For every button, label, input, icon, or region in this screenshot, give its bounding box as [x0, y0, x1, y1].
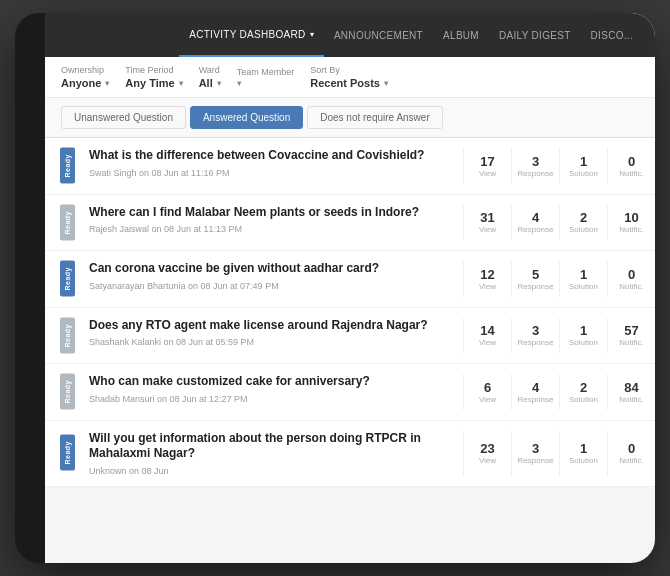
filter-ownership[interactable]: Ownership Anyone ▾	[61, 65, 109, 89]
stat-solution-1: 2 Solution	[559, 205, 607, 241]
item-title-2: Can corona vaccine be given without aadh…	[89, 261, 455, 277]
stat-notif-val-0: 0	[628, 154, 635, 169]
filter-ward-value: All	[199, 77, 213, 89]
screen: ACTIVITY DASHBOARD ▾ ANNOUNCEMENT ALBUM …	[45, 13, 655, 563]
filter-time-period-label: Time Period	[125, 65, 182, 75]
badge-text-3: Ready	[60, 318, 75, 354]
badge-text-4: Ready	[60, 374, 75, 410]
tab-answered[interactable]: Answered Question	[190, 106, 303, 129]
item-title-0: What is the difference between Covaccine…	[89, 148, 455, 164]
stat-response-1: 4 Response	[511, 205, 559, 241]
stat-notif-lbl-0: Notific.	[619, 169, 643, 178]
content-list: Ready What is the difference between Cov…	[45, 138, 655, 550]
item-content-3: Does any RTO agent make license around R…	[89, 318, 463, 354]
badge-text-5: Ready	[60, 435, 75, 471]
filter-time-period-select[interactable]: Any Time ▾	[125, 77, 182, 89]
tab-no-answer-label: Does not require Answer	[320, 112, 430, 123]
nav-item-disco[interactable]: DISCO...	[581, 13, 643, 57]
filter-ward-arrow: ▾	[217, 79, 221, 88]
nav-item-activity-dashboard[interactable]: ACTIVITY DASHBOARD ▾	[179, 13, 324, 57]
filter-team-select[interactable]: ▾	[237, 79, 295, 88]
nav-item-daily-digest[interactable]: DAILY DIGEST	[489, 13, 581, 57]
stat-view-val-0: 17	[480, 154, 494, 169]
filter-sort-label: Sort By	[310, 65, 388, 75]
item-meta-3: Shashank Kalanki on 08 Jun at 05:59 PM	[89, 337, 455, 347]
badge-text-2: Ready	[60, 261, 75, 297]
stat-view-2: 12 View	[463, 261, 511, 297]
list-item[interactable]: Ready Will you get information about the…	[45, 421, 655, 487]
item-content-0: What is the difference between Covaccine…	[89, 148, 463, 184]
list-item[interactable]: Ready What is the difference between Cov…	[45, 138, 655, 195]
item-stats-2: 12 View 5 Response 1 Solution 0 Notific.	[463, 261, 655, 297]
stat-resp-val-0: 3	[532, 154, 539, 169]
badge-text-0: Ready	[60, 148, 75, 184]
nav-label-album: ALBUM	[443, 30, 479, 41]
nav-label-activity: ACTIVITY DASHBOARD	[189, 29, 305, 40]
item-meta-0: Swati Singh on 08 Jun at 11:16 PM	[89, 168, 455, 178]
stat-notif-3: 57 Notific.	[607, 318, 655, 354]
stat-solution-0: 1 Solution	[559, 148, 607, 184]
stat-sol-lbl-0: Solution	[569, 169, 598, 178]
list-item[interactable]: Ready Can corona vaccine be given withou…	[45, 251, 655, 308]
stat-view-1: 31 View	[463, 205, 511, 241]
tab-unanswered-label: Unanswered Question	[74, 112, 173, 123]
list-item[interactable]: Ready Does any RTO agent make license ar…	[45, 308, 655, 365]
nav-item-album[interactable]: ALBUM	[433, 13, 489, 57]
nav-label-disco: DISCO...	[591, 30, 633, 41]
filter-team-member[interactable]: Team Member ▾	[237, 67, 295, 88]
tab-no-answer[interactable]: Does not require Answer	[307, 106, 443, 129]
item-title-5: Will you get information about the perso…	[89, 431, 455, 462]
top-nav: ACTIVITY DASHBOARD ▾ ANNOUNCEMENT ALBUM …	[45, 13, 655, 57]
ready-badge-4: Ready	[53, 374, 81, 410]
filter-ownership-value: Anyone	[61, 77, 101, 89]
item-title-4: Who can make customized cake for anniver…	[89, 374, 455, 390]
stat-notif-0: 0 Notific.	[607, 148, 655, 184]
nav-item-announcement[interactable]: ANNOUNCEMENT	[324, 13, 433, 57]
ready-badge-1: Ready	[53, 205, 81, 241]
nav-label-announcement: ANNOUNCEMENT	[334, 30, 423, 41]
stat-notif-1: 10 Notific.	[607, 205, 655, 241]
badge-text-1: Ready	[60, 205, 75, 241]
item-stats-4: 6 View 4 Response 2 Solution 84 Notific.	[463, 374, 655, 410]
item-title-1: Where can I find Malabar Neem plants or …	[89, 205, 455, 221]
ready-badge-3: Ready	[53, 318, 81, 354]
item-title-3: Does any RTO agent make license around R…	[89, 318, 455, 334]
list-item[interactable]: Ready Who can make customized cake for a…	[45, 364, 655, 421]
list-item[interactable]: Ready Where can I find Malabar Neem plan…	[45, 195, 655, 252]
item-meta-1: Rajesh Jaiswal on 08 Jun at 11:13 PM	[89, 224, 455, 234]
filter-time-period[interactable]: Time Period Any Time ▾	[125, 65, 182, 89]
ready-badge-2: Ready	[53, 261, 81, 297]
tab-unanswered[interactable]: Unanswered Question	[61, 106, 186, 129]
filter-sort-by[interactable]: Sort By Recent Posts ▾	[310, 65, 388, 89]
nav-chevron: ▾	[310, 30, 314, 39]
item-stats-5: 23 View 3 Response 1 Solution 0 Notific.	[463, 431, 655, 476]
filter-ward[interactable]: Ward All ▾	[199, 65, 221, 89]
filter-time-period-value: Any Time	[125, 77, 174, 89]
filter-ownership-arrow: ▾	[105, 79, 109, 88]
nav-items: ACTIVITY DASHBOARD ▾ ANNOUNCEMENT ALBUM …	[179, 13, 643, 57]
item-meta-2: Satyanarayan Bhartunia on 08 Jun at 07:4…	[89, 281, 455, 291]
stat-notif-5: 0 Notific.	[607, 431, 655, 476]
filter-sort-select[interactable]: Recent Posts ▾	[310, 77, 388, 89]
stat-view-5: 23 View	[463, 431, 511, 476]
filter-team-arrow: ▾	[237, 79, 241, 88]
filter-ward-select[interactable]: All ▾	[199, 77, 221, 89]
stat-response-3: 3 Response	[511, 318, 559, 354]
filter-sort-arrow: ▾	[384, 79, 388, 88]
tabs-bar: Unanswered Question Answered Question Do…	[45, 98, 655, 138]
item-stats-1: 31 View 4 Response 2 Solution 10 Notific…	[463, 205, 655, 241]
item-content-4: Who can make customized cake for anniver…	[89, 374, 463, 410]
stat-view-4: 6 View	[463, 374, 511, 410]
stat-response-0: 3 Response	[511, 148, 559, 184]
item-meta-5: Unknown on 08 Jun	[89, 466, 455, 476]
stat-view-0: 17 View	[463, 148, 511, 184]
item-stats-0: 17 View 3 Response 1 Solution 0 Notific.	[463, 148, 655, 184]
stat-response-2: 5 Response	[511, 261, 559, 297]
filter-ownership-select[interactable]: Anyone ▾	[61, 77, 109, 89]
ready-badge-5: Ready	[53, 431, 81, 476]
ready-badge-0: Ready	[53, 148, 81, 184]
nav-label-daily-digest: DAILY DIGEST	[499, 30, 571, 41]
stat-solution-5: 1 Solution	[559, 431, 607, 476]
filter-ward-label: Ward	[199, 65, 221, 75]
filter-time-arrow: ▾	[179, 79, 183, 88]
